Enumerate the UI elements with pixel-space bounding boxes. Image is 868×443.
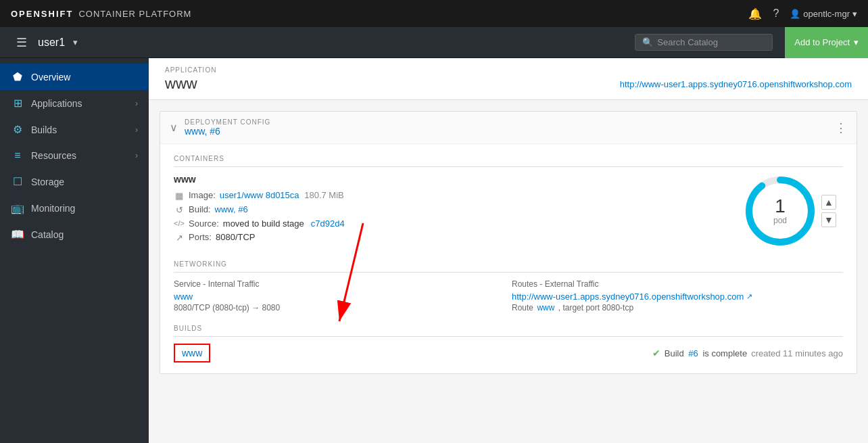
service-link[interactable]: www (174, 292, 193, 302)
content-area: APPLICATION www http://www-user1.apps.sy… (149, 58, 868, 443)
build-number-link[interactable]: #6 (688, 348, 698, 358)
build-time: created 11 minutes ago (751, 348, 843, 358)
ports-label: Ports: (189, 232, 212, 242)
project-dropdown[interactable]: ▾ (73, 37, 78, 47)
sidebar-item-label: Resources (31, 150, 128, 161)
build-detail: ↺ Build: www, #6 (174, 204, 729, 215)
ports-value: 8080/TCP (216, 232, 256, 242)
builds-section-title: BUILDS (174, 325, 843, 337)
source-hash-link[interactable]: c7d92d4 (311, 218, 345, 229)
dc-info: DEPLOYMENT CONFIG www, #6 (185, 118, 835, 137)
app-title-row: www http://www-user1.apps.sydney0716.ope… (165, 75, 852, 93)
app-external-link[interactable]: http://www-user1.apps.sydney0716.openshi… (620, 79, 852, 89)
dc-label: DEPLOYMENT CONFIG (185, 118, 835, 126)
dc-toggle-button[interactable]: ∨ (170, 121, 178, 134)
container-details: www ▦ Image: user1/www 8d015ca 180.7 MiB (174, 174, 729, 248)
routes-ext-icon: ↗ (746, 292, 752, 301)
image-icon: ▦ (174, 191, 185, 201)
pod-count: 1 (773, 197, 787, 216)
dc-name-link[interactable]: www, #6 (185, 126, 220, 137)
platform-wordmark: CONTAINER PLATFORM (78, 9, 191, 19)
monitoring-icon: 📺 (11, 202, 24, 214)
routes-detail-link[interactable]: www (537, 303, 554, 312)
build-refresh-icon: ↺ (174, 205, 185, 215)
build-status-text: Build #6 is complete (665, 348, 747, 358)
pod-count-text: 1 pod (773, 197, 787, 225)
catalog-icon: 📖 (11, 228, 24, 241)
sidebar-item-applications[interactable]: ⊞ Applications › (0, 90, 149, 116)
source-icon: </> (174, 219, 185, 227)
app-title: www (165, 75, 197, 93)
sidebar-item-label: Monitoring (31, 203, 138, 214)
search-catalog-box: 🔍 (635, 34, 773, 51)
pod-scale-down-button[interactable]: ▼ (821, 212, 836, 227)
sidebar-item-label: Overview (31, 72, 138, 83)
image-detail: ▦ Image: user1/www 8d015ca 180.7 MiB (174, 190, 729, 201)
deployment-config-card: ∨ DEPLOYMENT CONFIG www, #6 ⋮ CONTAINERS… (160, 111, 857, 374)
build-check-icon: ✔ (652, 348, 660, 358)
storage-icon: ☐ (11, 175, 24, 188)
pod-scale-up-button[interactable]: ▲ (821, 195, 836, 210)
sidebar-item-resources[interactable]: ≡ Resources › (0, 143, 149, 168)
sub-header: ☰ user1 ▾ 🔍 Add to Project ▾ (0, 27, 868, 58)
image-size: 180.7 MiB (304, 190, 344, 200)
search-icon: 🔍 (642, 37, 653, 47)
image-link[interactable]: user1/www (220, 190, 263, 200)
overview-icon: ⬟ (11, 70, 24, 83)
routes-url-link[interactable]: http://www-user1.apps.sydney0716.openshi… (512, 292, 843, 302)
add-to-project-label: Add to Project (794, 37, 850, 47)
build-label: Build: (189, 204, 211, 214)
builds-row: www ✔ Build #6 is complete created 11 mi… (174, 344, 843, 363)
applications-icon: ⊞ (11, 97, 24, 110)
image-label: Image: (189, 190, 216, 200)
image-value: user1/www 8d015ca 180.7 MiB (220, 190, 344, 200)
user-dropdown-icon: ▾ (852, 9, 857, 19)
app-label: APPLICATION (165, 66, 852, 74)
help-icon[interactable]: ? (773, 7, 779, 20)
chevron-right-icon: › (135, 125, 138, 135)
service-group: Service - Internal Traffic www 8080/TCP … (174, 279, 505, 312)
pod-label: pod (773, 216, 787, 225)
container-name: www (174, 174, 729, 185)
sidebar-item-label: Builds (31, 124, 128, 135)
networking-grid: Service - Internal Traffic www 8080/TCP … (174, 279, 843, 312)
sidebar-item-catalog[interactable]: 📖 Catalog (0, 221, 149, 248)
user-menu[interactable]: 👤 opentlc-mgr ▾ (790, 9, 857, 19)
brand: OPENSHIFT CONTAINER PLATFORM (11, 9, 191, 19)
sidebar-item-storage[interactable]: ☐ Storage (0, 168, 149, 195)
sidebar-item-overview[interactable]: ⬟ Overview (0, 64, 149, 90)
add-to-project-button[interactable]: Add to Project ▾ (785, 27, 868, 58)
ports-detail: ↗ Ports: 8080/TCP (174, 232, 729, 243)
notification-icon[interactable]: 🔔 (748, 7, 762, 20)
pod-donut-area: 1 pod ▲ ▼ (743, 174, 836, 248)
sidebar-item-monitoring[interactable]: 📺 Monitoring (0, 195, 149, 221)
builds-section: BUILDS www ✔ Build #6 is complete create… (174, 325, 843, 363)
add-dropdown-icon: ▾ (854, 37, 859, 47)
dc-body: CONTAINERS www ▦ Image: user1/www 8d015c… (160, 144, 857, 373)
build-name-link[interactable]: www (174, 344, 210, 363)
container-row: www ▦ Image: user1/www 8d015ca 180.7 MiB (174, 174, 843, 248)
search-catalog-input[interactable] (657, 37, 765, 47)
resources-icon: ≡ (11, 149, 24, 162)
build-link[interactable]: www, #6 (215, 204, 248, 214)
build-status: ✔ Build #6 is complete created 11 minute… (652, 348, 843, 358)
sidebar: ⬟ Overview ⊞ Applications › ⚙ Builds › ≡… (0, 58, 149, 443)
chevron-right-icon: › (135, 151, 138, 160)
sidebar-item-label: Storage (31, 177, 138, 187)
user-icon: 👤 (790, 9, 800, 19)
sidebar-item-label: Applications (31, 98, 128, 109)
networking-section: NETWORKING Service - Internal Traffic ww… (174, 260, 843, 312)
ports-icon: ↗ (174, 233, 185, 243)
pod-donut: 1 pod (743, 174, 817, 248)
sidebar-item-builds[interactable]: ⚙ Builds › (0, 116, 149, 143)
source-label: Source: (189, 218, 219, 229)
routes-detail: Route www , target port 8080-tcp (512, 303, 843, 312)
routes-title: Routes - External Traffic (512, 279, 843, 289)
main-layout: ⬟ Overview ⊞ Applications › ⚙ Builds › ≡… (0, 58, 868, 443)
image-hash-link[interactable]: 8d015ca (266, 190, 299, 200)
hamburger-menu[interactable]: ☰ (11, 32, 32, 53)
chevron-right-icon: › (135, 99, 138, 108)
dc-kebab-menu[interactable]: ⋮ (835, 120, 847, 135)
app-header: APPLICATION www http://www-user1.apps.sy… (149, 58, 868, 100)
builds-icon: ⚙ (11, 123, 24, 136)
